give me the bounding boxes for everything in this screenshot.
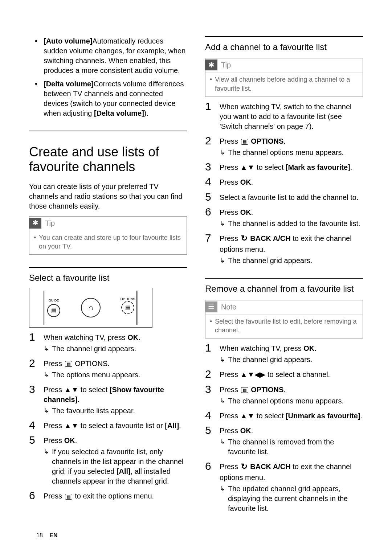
bullet-delta-volume: [Delta volume]Corrects volume difference… [44,79,187,118]
page-lang: EN [49,532,57,538]
tip-label: Tip [221,60,231,70]
step-b5: 5 Press OK. ↳The channel is removed from… [205,424,363,457]
nav-up-down-icon: ▲▼ [64,422,79,430]
options-icon: ▤ [241,139,248,145]
tip-header: ✱ Tip [29,217,187,231]
step-a1: 1 When watching TV, switch to the channe… [205,100,363,131]
step-1: 1 When watching TV, press OK. ↳The chann… [29,331,187,354]
tip-body: You can create and store up to four favo… [29,231,187,255]
guide-label: GUIDE [49,298,59,303]
nav-up-down-icon: ▲▼ [240,412,255,420]
subheading-remove-channel: Remove a channel from a favourite list [205,283,363,295]
result-arrow-icon: ↳ [220,437,225,457]
step-4: 4 Press ▲▼ to select a favourite list or… [29,419,187,431]
nav-all-icon: ▲▼◀▶ [240,370,266,378]
result-arrow-icon: ↳ [44,344,49,354]
note-box: ☰ Note Select the favourite list to edit… [205,300,363,339]
remote-illustration: GUIDE ▤ ⌂ OPTIONS ▤ [29,288,152,328]
label: [Auto volume] [44,37,92,45]
nav-up-down-icon: ▲▼ [240,163,255,171]
section-intro: You can create lists of your preferred T… [29,182,187,211]
step-3: 3 Press ▲▼ to select [Show favourite cha… [29,383,187,416]
result-arrow-icon: ↳ [220,148,225,157]
section-heading: Create and use lists of favourite channe… [29,144,187,175]
step-number: 1 [29,331,38,343]
step-b4: 4 Press ▲▼ to select [Unmark as favourit… [205,410,363,421]
step-b2: 2 Press ▲▼◀▶ to select a channel. [205,368,363,380]
back-icon: ↺ [241,461,248,472]
step-a4: 4 Press OK. [205,176,363,188]
tip-box: ✱ Tip View all channels before adding a … [205,58,363,97]
step-b6: 6 Press ↺ BACK A/CH to exit the channel … [205,460,363,513]
options-button-icon: OPTIONS ▤ [121,301,134,314]
options-icon: ▤ [241,387,248,393]
note-label: Note [221,302,236,312]
nav-up-down-icon: ▲▼ [64,386,79,394]
result-arrow-icon: ↳ [220,396,225,406]
result-arrow-icon: ↳ [220,256,225,266]
result-arrow-icon: ↳ [44,406,49,416]
guide-button-icon: ▤ [47,304,60,317]
subheading-add-channel: Add a channel to a favourite list [205,41,363,53]
tip-text: You can create and store up to four favo… [39,233,182,251]
back-icon: ↺ [241,233,248,244]
section-rule [29,131,187,134]
subsection-rule [205,278,363,282]
tip-text: View all channels before adding a channe… [215,75,358,93]
tip-label: Tip [45,218,55,228]
left-column: [Auto volume]Automatically reduces sudde… [29,36,187,513]
step-b3: 3 Press ▤ OPTIONS. ↳The channel options … [205,383,363,406]
bullet-auto-volume: [Auto volume]Automatically reduces sudde… [44,36,187,75]
step-a2: 2 Press ▤ OPTIONS. ↳The channel options … [205,135,363,157]
step-a3: 3 Press ▲▼ to select [Mark as favourite]… [205,161,363,173]
result-arrow-icon: ↳ [220,355,225,365]
subheading-select-list: Select a favourite list [29,272,187,284]
tip-icon: ✱ [29,218,41,229]
step-b1: 1 When watching TV, press OK. ↳The chann… [205,342,363,365]
options-icon: ▤ [65,494,72,500]
subsection-rule [205,36,363,40]
right-column: Add a channel to a favourite list ✱ Tip … [205,36,363,513]
step-a5: 5 Select a favourite list to add the cha… [205,191,363,203]
step-a6: 6 Press OK. ↳The channel is added to the… [205,206,363,229]
step-a7: 7 Press ↺ BACK A/CH to exit the channel … [205,232,363,266]
options-label: OPTIONS [117,297,139,301]
result-arrow-icon: ↳ [220,484,225,513]
result-arrow-icon: ↳ [220,219,225,229]
feature-bullets: [Auto volume]Automatically reduces sudde… [29,36,187,118]
tip-icon: ✱ [205,59,217,70]
tip-box: ✱ Tip You can create and store up to fou… [29,216,187,255]
result-arrow-icon: ↳ [44,370,49,380]
note-icon: ☰ [205,301,217,312]
home-button-icon: ⌂ [81,298,101,317]
step-2: 2 Press ▤ OPTIONS. ↳The options menu app… [29,357,187,380]
step-5: 5 Press OK. ↳If you selected a favourite… [29,434,187,486]
subsection-rule [29,267,187,271]
label2: [Delta volume] [94,109,144,117]
note-text: Select the favourite list to edit, befor… [215,317,358,335]
options-icon: ▤ [65,361,72,367]
page-footer: 18 EN [36,532,57,539]
step-6: 6 Press ▤ to exit the options menu. [29,490,187,501]
page-number: 18 [36,532,43,538]
text2: ). [144,109,148,117]
label: [Delta volume] [44,80,94,88]
result-arrow-icon: ↳ [44,447,49,486]
